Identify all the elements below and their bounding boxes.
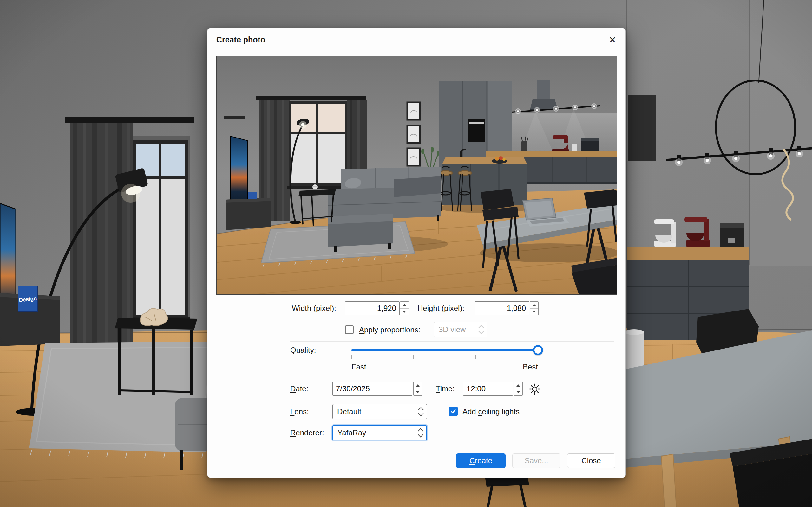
date-input[interactable] <box>333 382 412 396</box>
lens-label: Lens: <box>290 404 309 419</box>
height-spinner <box>530 301 539 315</box>
renderer-combo[interactable]: YafaRay <box>333 425 427 441</box>
quality-label: Quality: <box>290 343 316 357</box>
lens-combo[interactable]: Default <box>333 404 427 419</box>
proportions-combo-arrows-icon <box>479 324 483 335</box>
create-button[interactable]: Create <box>456 453 506 468</box>
width-spinner-down[interactable] <box>400 308 409 315</box>
date-label: Date: <box>290 382 308 396</box>
time-spinner-up[interactable] <box>514 382 522 389</box>
apply-proportions-label: Apply proportions: <box>359 323 420 337</box>
renderer-combo-value: YafaRay <box>338 429 366 437</box>
height-spinner-up[interactable] <box>530 302 538 308</box>
width-spinner-up[interactable] <box>400 302 409 308</box>
close-icon[interactable]: ✕ <box>605 33 620 47</box>
ceiling-lights-checkbox[interactable] <box>449 406 458 416</box>
check-icon <box>450 408 456 414</box>
width-input[interactable] <box>345 301 400 315</box>
pv-tv <box>231 136 248 207</box>
lens-combo-arrows-icon <box>419 406 423 417</box>
apply-proportions-checkbox[interactable] <box>345 326 354 334</box>
date-spinner-up[interactable] <box>414 382 422 389</box>
width-label: Width (pixel): <box>292 301 336 315</box>
height-label: Height (pixel): <box>417 301 464 315</box>
height-input[interactable] <box>475 301 529 315</box>
width-spinner <box>400 301 409 315</box>
proportions-combo: 3D view <box>434 322 487 337</box>
renderer-label: Renderer: <box>290 425 324 441</box>
quality-max-label: Best <box>513 361 538 372</box>
separator-top <box>290 341 614 342</box>
close-button[interactable]: Close <box>567 453 615 468</box>
renderer-combo-arrows-icon <box>419 428 422 438</box>
photo-preview <box>216 56 617 295</box>
time-spinner-down[interactable] <box>514 389 522 396</box>
height-spinner-down[interactable] <box>530 308 538 315</box>
time-input[interactable] <box>463 382 513 396</box>
pv-picture-frames <box>407 102 420 166</box>
lens-combo-value: Default <box>337 407 361 416</box>
time-label: Time: <box>436 382 455 396</box>
quality-slider-track[interactable] <box>351 349 538 351</box>
date-spinner-down[interactable] <box>414 389 422 396</box>
dialog-title: Create photo <box>216 33 265 46</box>
app-window: Design <box>0 0 812 507</box>
time-spinner <box>514 382 523 396</box>
ceiling-lights-label: Add ceiling lights <box>462 405 519 418</box>
sun-icon <box>529 383 541 395</box>
proportions-combo-value: 3D view <box>439 325 466 334</box>
preview-render <box>217 56 617 294</box>
create-photo-dialog: Create photo ✕ <box>207 28 626 478</box>
quality-min-label: Fast <box>351 361 366 372</box>
date-spinner <box>413 382 422 396</box>
save-button[interactable]: Save... <box>512 453 560 468</box>
pv-wall-shelf <box>223 116 245 118</box>
quality-slider-thumb[interactable] <box>533 345 543 355</box>
pv-window <box>287 101 349 189</box>
pv-curtain-rod <box>256 96 366 100</box>
